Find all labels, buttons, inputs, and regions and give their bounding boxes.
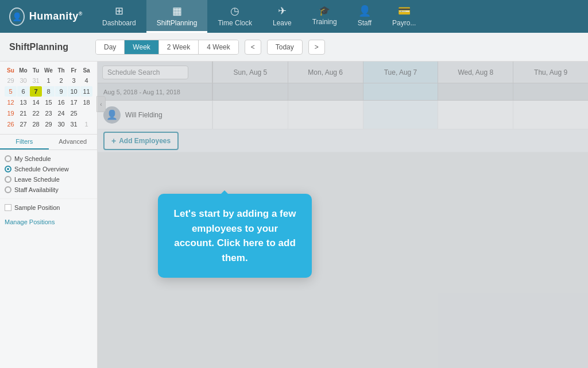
filter-schedule-overview-label: Schedule Overview <box>14 166 69 172</box>
tab-filters[interactable]: Filters <box>0 135 49 150</box>
cal-day[interactable]: 22 <box>30 108 42 118</box>
cal-day[interactable]: 31 <box>68 119 80 129</box>
cal-day[interactable]: 12 <box>5 97 17 108</box>
filter-options: My Schedule Schedule Overview Leave Sche… <box>0 150 97 198</box>
cal-day[interactable]: 6 <box>17 86 29 97</box>
cal-day[interactable]: 28 <box>30 119 42 129</box>
payroll-icon: 💳 <box>398 5 411 17</box>
nav-timeclock-label: Time Clock <box>218 19 252 27</box>
mini-calendar: Su Mo Tu We Th Fr Sa 29 30 31 1 2 3 4 5 … <box>0 62 97 134</box>
cal-header-mo: Mo <box>17 66 29 75</box>
filter-staff-availability[interactable]: Staff Availability <box>5 185 92 195</box>
cal-day[interactable]: 7 <box>30 86 42 97</box>
view-day-button[interactable]: Day <box>96 40 125 54</box>
cal-day[interactable]: 24 <box>55 108 67 118</box>
radio-my-schedule <box>5 155 11 162</box>
top-nav: 👤 Humanity® ⊞ Dashboard ▦ ShiftPlanning … <box>0 0 588 33</box>
cal-day[interactable]: 16 <box>55 97 67 108</box>
filter-staff-availability-label: Staff Availability <box>14 186 59 193</box>
radio-schedule-overview <box>5 166 11 172</box>
subheader: ShiftPlanning Day Week 2 Week 4 Week < T… <box>0 33 588 62</box>
tooltip-arrow <box>220 186 229 195</box>
cal-day[interactable]: 18 <box>80 97 92 108</box>
sidebar: Su Mo Tu We Th Fr Sa 29 30 31 1 2 3 4 5 … <box>0 62 98 368</box>
filter-leave-schedule[interactable]: Leave Schedule <box>5 174 92 185</box>
timeclock-icon: ◷ <box>230 5 239 17</box>
cal-day[interactable]: 8 <box>42 86 55 97</box>
cal-day[interactable]: 29 <box>42 119 55 129</box>
staff-icon: 👤 <box>358 5 371 17</box>
cal-day[interactable]: 25 <box>68 108 80 118</box>
cal-day[interactable]: 14 <box>30 97 42 108</box>
cal-day[interactable]: 26 <box>5 119 17 129</box>
nav-payroll-label: Payro... <box>392 19 416 27</box>
nav-prev-button[interactable]: < <box>245 40 261 55</box>
nav-item-leave[interactable]: ✈ Leave <box>262 0 302 33</box>
dashboard-icon: ⊞ <box>115 5 123 17</box>
cal-day[interactable]: 1 <box>80 119 92 129</box>
radio-staff-availability <box>5 186 11 193</box>
cal-day[interactable]: 5 <box>5 86 17 97</box>
cal-day[interactable]: 17 <box>68 97 80 108</box>
cal-header-su: Su <box>5 66 17 75</box>
view-4week-button[interactable]: 4 Week <box>199 40 238 54</box>
logo-text: Humanity® <box>29 10 83 22</box>
cal-day[interactable]: 13 <box>17 97 29 108</box>
position-item[interactable]: Sample Position <box>5 202 92 213</box>
cal-day[interactable]: 10 <box>68 86 80 97</box>
cal-day[interactable]: 30 <box>55 119 67 129</box>
nav-item-staff[interactable]: 👤 Staff <box>347 0 382 33</box>
view-week-button[interactable]: Week <box>125 40 158 54</box>
filter-my-schedule-label: My Schedule <box>14 155 51 162</box>
cal-day[interactable]: 9 <box>55 86 67 97</box>
cal-day[interactable]: 15 <box>42 97 55 108</box>
radio-leave-schedule <box>5 176 11 183</box>
cal-day[interactable]: 1 <box>42 75 55 86</box>
cal-day[interactable]: 19 <box>5 108 17 118</box>
filter-tabs: Filters Advanced <box>0 134 97 150</box>
nav-staff-label: Staff <box>358 19 372 27</box>
manage-positions-link[interactable]: Manage Positions <box>0 216 97 228</box>
view-btn-group: Day Week 2 Week 4 Week <box>95 40 239 55</box>
cal-day[interactable]: 30 <box>17 75 29 86</box>
position-label: Sample Position <box>14 204 60 211</box>
cal-header-we: We <box>42 66 55 75</box>
tooltip-bubble[interactable]: Let's start by adding a few employees to… <box>158 194 312 278</box>
cal-day[interactable]: 4 <box>80 75 92 86</box>
training-icon: 🎓 <box>319 5 330 16</box>
main-layout: Su Mo Tu We Th Fr Sa 29 30 31 1 2 3 4 5 … <box>0 62 588 368</box>
nav-item-dashboard[interactable]: ⊞ Dashboard <box>92 0 146 33</box>
nav-training-label: Training <box>312 18 337 26</box>
cal-header-th: Th <box>55 66 67 75</box>
cal-day[interactable]: 27 <box>17 119 29 129</box>
cal-day[interactable]: 3 <box>68 75 80 86</box>
logo-area: 👤 Humanity® <box>0 7 92 26</box>
page-title: ShiftPlanning <box>9 42 90 52</box>
cal-day[interactable]: 2 <box>55 75 67 86</box>
shiftplanning-icon: ▦ <box>172 5 182 17</box>
content-area: Sun, Aug 5 Mon, Aug 6 Tue, Aug 7 Wed, Au… <box>98 62 588 368</box>
nav-items: ⊞ Dashboard ▦ ShiftPlanning ◷ Time Clock… <box>92 0 588 33</box>
position-checkbox[interactable] <box>5 204 11 211</box>
nav-next-button[interactable]: > <box>308 40 325 55</box>
cal-day[interactable]: 11 <box>80 86 92 97</box>
view-2week-button[interactable]: 2 Week <box>159 40 199 54</box>
cal-day[interactable]: 23 <box>42 108 55 118</box>
cal-day[interactable]: 29 <box>5 75 17 86</box>
cal-day[interactable]: 31 <box>30 75 42 86</box>
tab-advanced[interactable]: Advanced <box>49 135 98 150</box>
filter-schedule-overview[interactable]: Schedule Overview <box>5 164 92 174</box>
nav-item-training[interactable]: 🎓 Training <box>302 0 347 33</box>
cal-day[interactable] <box>80 108 92 118</box>
nav-item-payroll[interactable]: 💳 Payro... <box>382 0 426 33</box>
nav-leave-label: Leave <box>273 19 292 27</box>
filter-leave-schedule-label: Leave Schedule <box>14 176 60 183</box>
nav-item-timeclock[interactable]: ◷ Time Clock <box>207 0 262 33</box>
filter-my-schedule[interactable]: My Schedule <box>5 154 92 164</box>
tooltip-text: Let's start by adding a few employees to… <box>174 208 296 263</box>
cal-day[interactable]: 21 <box>17 108 29 118</box>
nav-dashboard-label: Dashboard <box>102 19 136 27</box>
cal-header-sa: Sa <box>80 66 92 75</box>
nav-item-shiftplanning[interactable]: ▦ ShiftPlanning <box>146 0 208 33</box>
nav-today-button[interactable]: Today <box>267 40 303 55</box>
